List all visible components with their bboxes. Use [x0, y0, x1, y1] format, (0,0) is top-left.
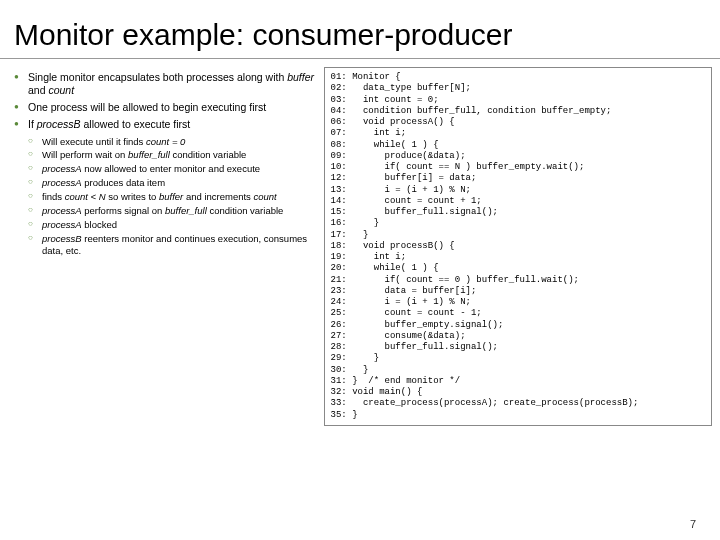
- left-column: Single monitor encapsulates both process…: [8, 67, 324, 426]
- bullet-item: Single monitor encapsulates both process…: [14, 71, 318, 97]
- sub-item: processB reenters monitor and continues …: [28, 233, 318, 257]
- sub-item: processA performs signal on buffer_full …: [28, 205, 318, 217]
- bullet-item: If processB allowed to execute first: [14, 118, 318, 131]
- sub-item: processA blocked: [28, 219, 318, 231]
- sub-list: Will execute until it finds count = 0 Wi…: [8, 136, 318, 257]
- sub-item: Will execute until it finds count = 0: [28, 136, 318, 148]
- sub-item: processA produces data item: [28, 177, 318, 189]
- body: Single monitor encapsulates both process…: [0, 59, 720, 426]
- code-block: 01: Monitor { 02: data_type buffer[N]; 0…: [324, 67, 712, 426]
- sub-item: Will perform wait on buffer_full conditi…: [28, 149, 318, 161]
- bullet-list: Single monitor encapsulates both process…: [8, 71, 318, 132]
- sub-item: finds count < N so writes to buffer and …: [28, 191, 318, 203]
- page-title: Monitor example: consumer-producer: [0, 0, 720, 59]
- bullet-item: One process will be allowed to begin exe…: [14, 101, 318, 114]
- sub-item: processA now allowed to enter monitor an…: [28, 163, 318, 175]
- page-number: 7: [690, 518, 696, 530]
